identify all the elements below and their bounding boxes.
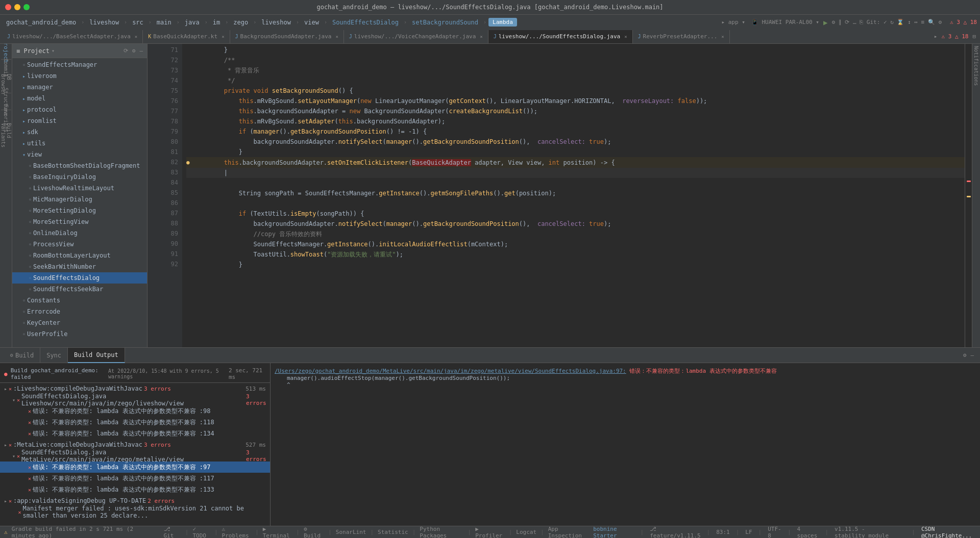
sync-tab[interactable]: Sync <box>40 348 68 363</box>
tree-item-seekbarwithnumber[interactable]: ◦SeekBarWithNumber <box>12 261 147 272</box>
build-item[interactable]: ✕ 错误: 不兼容的类型: lambda 表达式中的参数类型不兼容 :134 <box>0 428 270 439</box>
tree-item-baseinquirydialog[interactable]: ◦BaseInquiryDialog <box>12 171 147 183</box>
version-info: v1.11.5 - stability_module <box>835 526 905 539</box>
nav-lambda[interactable]: Lambda <box>488 18 517 27</box>
tree-item-micmanagerdialog[interactable]: ◦MicManagerDialog <box>12 194 147 205</box>
project-gear-icon[interactable]: ⚙ <box>132 47 136 54</box>
tree-item-utils[interactable]: ▸utils <box>12 138 147 149</box>
profiler-tab[interactable]: ▶ Profiler <box>475 526 505 539</box>
close-tab-icon[interactable]: × <box>135 34 137 39</box>
code-line-82: ● this.backgroundSoundAdapter.setOnItemC… <box>186 157 965 168</box>
project-sync-icon[interactable]: ⟳ <box>124 47 128 54</box>
tree-item-view[interactable]: ▾view <box>12 149 147 160</box>
problems-tab[interactable]: ⚠ Problems <box>222 526 252 539</box>
project-panel-header: ≡ Project ▾ ⟳ ⚙ — <box>12 44 147 58</box>
favorites-tool-button[interactable]: Favorites <box>1 113 11 123</box>
tree-item-roombottomlayerlayout[interactable]: ◦RoomBottomLayerLayout <box>12 250 147 261</box>
file-tab-baseselectadapter[interactable]: J liveshow/.../BaseSelectAdapter.java × <box>2 30 143 43</box>
notifications-tool[interactable]: Notifications <box>973 46 979 86</box>
nav-project[interactable]: gochat_android_demo <box>3 18 79 27</box>
tree-item-userprofile[interactable]: ◦UserProfile <box>12 328 147 340</box>
code-editor[interactable]: } /** * 背景音乐 */ private void setBackgrou… <box>182 44 965 347</box>
terminal-tab[interactable]: ▶ Terminal <box>263 526 292 539</box>
tree-item-constants[interactable]: ◦Constants <box>12 295 147 306</box>
file-tab-soundeffectsdialog[interactable]: J liveshow/.../SoundEffectsDialog.java × <box>488 30 633 43</box>
close-tab-icon[interactable]: × <box>721 34 724 39</box>
build-output-tab[interactable]: Build Output <box>68 348 125 363</box>
nav-liveshow[interactable]: liveshow <box>86 18 122 27</box>
panel-toggle[interactable]: ⊟ <box>972 33 976 40</box>
tree-item-roomlist[interactable]: ▸roomlist <box>12 115 147 126</box>
nav-main[interactable]: main <box>154 18 175 27</box>
tree-file-icon: ◦ <box>16 197 32 202</box>
tree-item-processview[interactable]: ◦ProcessView <box>12 239 147 250</box>
run-config[interactable]: ▸ app ▾ <box>721 19 745 25</box>
close-button[interactable] <box>5 4 11 10</box>
build-item[interactable]: ✕ 错误: 不兼容的类型: lambda 表达式中的参数类型不兼容 :97 <box>0 462 270 473</box>
build-item[interactable]: ✕ Manifest merger failed : uses-sdk:minS… <box>0 506 270 518</box>
nav-liveshow2[interactable]: liveshow <box>258 18 294 27</box>
build-item[interactable]: ✕ 错误: 不兼容的类型: lambda 表达式中的参数类型不兼容 :117 <box>0 473 270 484</box>
file-tab-backgroundsoundadapter[interactable]: J BackgroundSoundAdapter.java × <box>230 30 344 43</box>
commit-tool-button[interactable]: Commit <box>1 63 11 73</box>
app-inspection-tab[interactable]: App Inspection <box>548 526 590 539</box>
python-packages-tab[interactable]: Python Packages <box>420 526 463 539</box>
tree-item-liveshowrealtimelayout[interactable]: ◦LiveshowRealtimeLayout <box>12 183 147 194</box>
nav-soundeffectsdialog[interactable]: SoundEffectsDialog <box>329 18 402 27</box>
output-path-link[interactable]: /Users/zego/gochat_android_demo/MetaLive… <box>275 368 626 374</box>
build-tree[interactable]: ●Build gochat_android_demo: failedAt 202… <box>0 363 271 526</box>
maximize-button[interactable] <box>23 4 30 10</box>
close-tab-icon[interactable]: × <box>335 34 338 39</box>
build-item[interactable]: ✕ 错误: 不兼容的类型: lambda 表达式中的参数类型不兼容 :98 <box>0 405 270 417</box>
build-item[interactable]: ✕ 错误: 不兼容的类型: lambda 表达式中的参数类型不兼容 :133 <box>0 484 270 495</box>
git-tab[interactable]: ⎇ Git <box>164 526 181 539</box>
tree-item-errorcode[interactable]: ◦Errorcode <box>12 306 147 317</box>
nav-src[interactable]: src <box>129 18 146 27</box>
tree-item-manager[interactable]: ▸manager <box>12 82 147 93</box>
build-bottom-tab[interactable]: ⚙ Build <box>304 526 324 539</box>
sonarlint-tab[interactable]: SonarLint <box>336 529 366 535</box>
close-tab-icon[interactable]: × <box>222 34 224 39</box>
build-item[interactable]: ▾ ✕ SoundEffectsDialog.java Liveshow/src… <box>0 394 270 405</box>
build-tab[interactable]: ⚙ Build <box>4 348 40 363</box>
close-tab-icon[interactable]: × <box>624 34 627 39</box>
nav-view[interactable]: view <box>301 18 322 27</box>
tree-item-model[interactable]: ▸model <box>12 93 147 104</box>
nav-zego[interactable]: zego <box>230 18 251 27</box>
tree-file-icon: ◦ <box>16 298 26 303</box>
close-tab-icon[interactable]: × <box>480 34 482 39</box>
nav-java[interactable]: java <box>182 18 203 27</box>
nav-setbackgroundsound[interactable]: setBackgroundSound <box>409 18 481 27</box>
tree-item-protocol[interactable]: ▸protocol <box>12 104 147 115</box>
tree-item-onlinedialog[interactable]: ◦OnlineDialog <box>12 227 147 239</box>
run-button[interactable]: ▶ <box>823 18 827 27</box>
tree-item-liveroom[interactable]: ▸liveroom <box>12 70 147 82</box>
nav-im[interactable]: im <box>210 18 223 27</box>
build-item[interactable]: ✕ 错误: 不兼容的类型: lambda 表达式中的参数类型不兼容 :118 <box>0 417 270 428</box>
build-item[interactable]: ▾ ✕ SoundEffectsDialog.java MetaLive/src… <box>0 450 270 462</box>
logcat-tab[interactable]: Logcat <box>516 529 536 535</box>
tree-item-keycenter[interactable]: ◦KeyCenter <box>12 317 147 328</box>
todo-tab[interactable]: ✓ TODO <box>192 526 210 539</box>
project-minimize-icon[interactable]: — <box>139 47 143 54</box>
tree-item-basebottomsheetdialogfragment[interactable]: ◦BaseBottomSheetDialogFragment <box>12 160 147 171</box>
project-settings[interactable]: ▾ <box>52 48 55 54</box>
buildvariants-tool-button[interactable]: Build Variants <box>1 130 11 140</box>
tabs-overflow[interactable]: ▸ <box>934 33 938 40</box>
panel-minimize-icon[interactable]: — <box>970 352 974 358</box>
tree-item-moresettingview[interactable]: ◦MoreSettingView <box>12 216 147 227</box>
tree-file-icon: ◦ <box>16 242 32 247</box>
tree-item-moresettingdialog[interactable]: ◦MoreSettingDialog <box>12 205 147 216</box>
tree-item-soundeffectsmanager[interactable]: ◦SoundEffectsManager <box>12 59 147 70</box>
panel-gear-icon[interactable]: ⚙ <box>963 352 967 358</box>
tree-item-soundeffectsseekbar[interactable]: ◦SoundEffectsSeekBar <box>12 284 147 295</box>
file-tab-reverbpresetadapter[interactable]: J ReverbPresetAdapter... × <box>633 30 730 43</box>
statistic-tab[interactable]: Statistic <box>378 529 408 535</box>
tree-item-sdk[interactable]: ▸sdk <box>12 126 147 138</box>
file-tab-basequickadapter[interactable]: K BaseQuickAdapter.kt × <box>143 30 230 43</box>
project-tool-button[interactable]: Project <box>1 46 11 56</box>
tree-item-soundeffectsdialog[interactable]: ◦SoundEffectsDialog <box>12 272 147 284</box>
device-selector[interactable]: 📱 HUAWEI PAR-AL00 ▾ <box>751 19 819 25</box>
minimize-button[interactable] <box>14 4 20 10</box>
file-tab-voicechangeadapter[interactable]: J liveshow/.../VoiceChangeAdapter.java × <box>344 30 488 43</box>
